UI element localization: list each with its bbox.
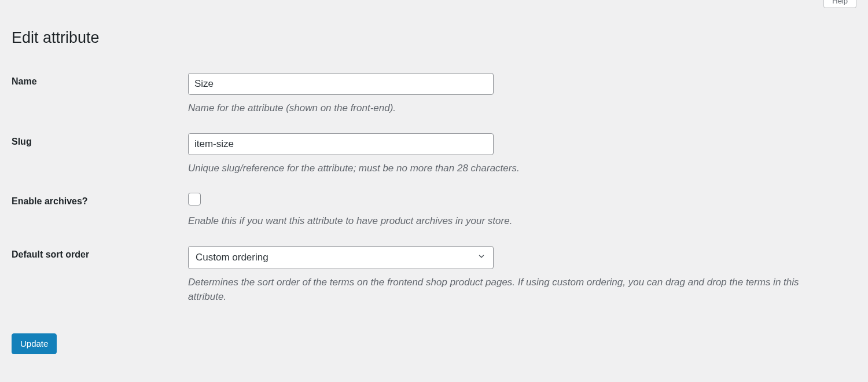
sort-order-description: Determines the sort order of the terms o… xyxy=(188,275,836,304)
slug-label: Slug xyxy=(12,137,32,146)
page-title: Edit attribute xyxy=(12,29,856,47)
archives-description: Enable this if you want this attribute t… xyxy=(188,214,836,229)
name-input[interactable] xyxy=(188,73,494,95)
help-tab[interactable]: Help xyxy=(823,0,856,8)
name-description: Name for the attribute (shown on the fro… xyxy=(188,101,836,116)
slug-input[interactable] xyxy=(188,133,494,155)
archives-label: Enable archives? xyxy=(12,196,88,206)
sort-order-label: Default sort order xyxy=(12,249,89,259)
update-button[interactable]: Update xyxy=(12,333,57,354)
archives-checkbox[interactable] xyxy=(188,193,201,205)
slug-description: Unique slug/reference for the attribute;… xyxy=(188,161,836,176)
sort-order-select[interactable]: Custom ordering xyxy=(188,246,494,269)
name-label: Name xyxy=(12,76,37,86)
